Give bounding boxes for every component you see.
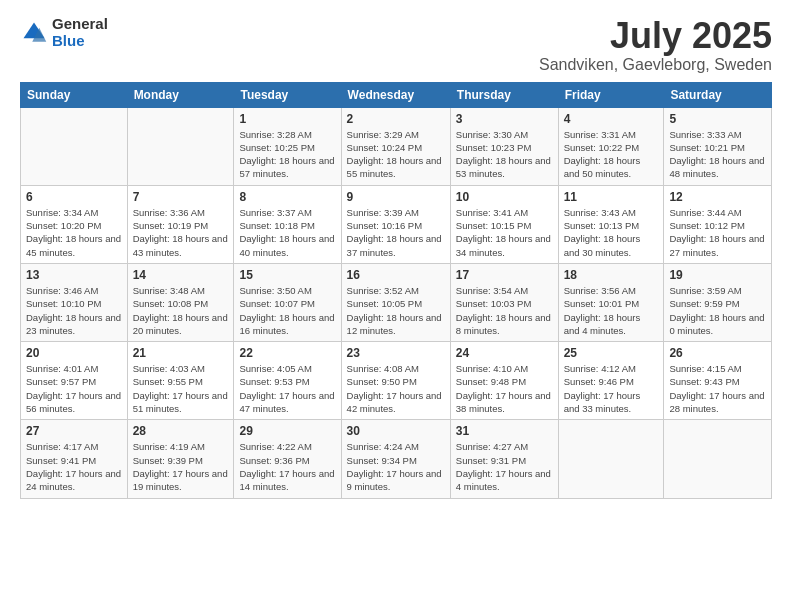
day-info: Sunrise: 3:29 AM Sunset: 10:24 PM Daylig…: [347, 128, 445, 181]
calendar-cell: 10Sunrise: 3:41 AM Sunset: 10:15 PM Dayl…: [450, 185, 558, 263]
day-info: Sunrise: 3:59 AM Sunset: 9:59 PM Dayligh…: [669, 284, 766, 337]
day-info: Sunrise: 3:56 AM Sunset: 10:01 PM Daylig…: [564, 284, 659, 337]
weekday-header-row: SundayMondayTuesdayWednesdayThursdayFrid…: [21, 82, 772, 107]
header: General Blue July 2025 Sandviken, Gaevle…: [20, 16, 772, 74]
calendar-cell: 1Sunrise: 3:28 AM Sunset: 10:25 PM Dayli…: [234, 107, 341, 185]
day-number: 11: [564, 190, 659, 204]
calendar-cell: 12Sunrise: 3:44 AM Sunset: 10:12 PM Dayl…: [664, 185, 772, 263]
day-info: Sunrise: 3:46 AM Sunset: 10:10 PM Daylig…: [26, 284, 122, 337]
day-number: 3: [456, 112, 553, 126]
title-block: July 2025 Sandviken, Gaevleborg, Sweden: [539, 16, 772, 74]
day-number: 6: [26, 190, 122, 204]
day-info: Sunrise: 4:05 AM Sunset: 9:53 PM Dayligh…: [239, 362, 335, 415]
day-info: Sunrise: 3:34 AM Sunset: 10:20 PM Daylig…: [26, 206, 122, 259]
calendar-cell: 24Sunrise: 4:10 AM Sunset: 9:48 PM Dayli…: [450, 342, 558, 420]
calendar-cell: 19Sunrise: 3:59 AM Sunset: 9:59 PM Dayli…: [664, 263, 772, 341]
logo-text: General Blue: [52, 16, 108, 49]
day-info: Sunrise: 4:08 AM Sunset: 9:50 PM Dayligh…: [347, 362, 445, 415]
calendar-cell: 7Sunrise: 3:36 AM Sunset: 10:19 PM Dayli…: [127, 185, 234, 263]
logo-general: General: [52, 16, 108, 33]
day-info: Sunrise: 4:27 AM Sunset: 9:31 PM Dayligh…: [456, 440, 553, 493]
calendar-cell: 23Sunrise: 4:08 AM Sunset: 9:50 PM Dayli…: [341, 342, 450, 420]
day-info: Sunrise: 3:44 AM Sunset: 10:12 PM Daylig…: [669, 206, 766, 259]
calendar-cell: 16Sunrise: 3:52 AM Sunset: 10:05 PM Dayl…: [341, 263, 450, 341]
subtitle: Sandviken, Gaevleborg, Sweden: [539, 56, 772, 74]
calendar-cell: [21, 107, 128, 185]
day-number: 28: [133, 424, 229, 438]
day-number: 21: [133, 346, 229, 360]
day-number: 7: [133, 190, 229, 204]
weekday-header: Wednesday: [341, 82, 450, 107]
day-info: Sunrise: 3:36 AM Sunset: 10:19 PM Daylig…: [133, 206, 229, 259]
day-number: 29: [239, 424, 335, 438]
day-number: 31: [456, 424, 553, 438]
calendar-week-row: 1Sunrise: 3:28 AM Sunset: 10:25 PM Dayli…: [21, 107, 772, 185]
calendar-cell: 6Sunrise: 3:34 AM Sunset: 10:20 PM Dayli…: [21, 185, 128, 263]
day-number: 5: [669, 112, 766, 126]
calendar-cell: 4Sunrise: 3:31 AM Sunset: 10:22 PM Dayli…: [558, 107, 664, 185]
page: General Blue July 2025 Sandviken, Gaevle…: [0, 0, 792, 612]
day-info: Sunrise: 4:10 AM Sunset: 9:48 PM Dayligh…: [456, 362, 553, 415]
calendar-week-row: 13Sunrise: 3:46 AM Sunset: 10:10 PM Dayl…: [21, 263, 772, 341]
day-info: Sunrise: 4:24 AM Sunset: 9:34 PM Dayligh…: [347, 440, 445, 493]
calendar-table: SundayMondayTuesdayWednesdayThursdayFrid…: [20, 82, 772, 499]
day-number: 18: [564, 268, 659, 282]
day-info: Sunrise: 3:52 AM Sunset: 10:05 PM Daylig…: [347, 284, 445, 337]
day-number: 13: [26, 268, 122, 282]
day-info: Sunrise: 4:22 AM Sunset: 9:36 PM Dayligh…: [239, 440, 335, 493]
logo-icon: [20, 19, 48, 47]
day-number: 30: [347, 424, 445, 438]
calendar-cell: 11Sunrise: 3:43 AM Sunset: 10:13 PM Dayl…: [558, 185, 664, 263]
logo-blue: Blue: [52, 33, 108, 50]
day-info: Sunrise: 4:12 AM Sunset: 9:46 PM Dayligh…: [564, 362, 659, 415]
calendar-cell: 28Sunrise: 4:19 AM Sunset: 9:39 PM Dayli…: [127, 420, 234, 498]
calendar-cell: 21Sunrise: 4:03 AM Sunset: 9:55 PM Dayli…: [127, 342, 234, 420]
day-info: Sunrise: 3:43 AM Sunset: 10:13 PM Daylig…: [564, 206, 659, 259]
weekday-header: Sunday: [21, 82, 128, 107]
calendar-cell: [664, 420, 772, 498]
main-title: July 2025: [539, 16, 772, 56]
day-info: Sunrise: 3:33 AM Sunset: 10:21 PM Daylig…: [669, 128, 766, 181]
day-info: Sunrise: 3:28 AM Sunset: 10:25 PM Daylig…: [239, 128, 335, 181]
day-number: 2: [347, 112, 445, 126]
day-number: 1: [239, 112, 335, 126]
weekday-header: Monday: [127, 82, 234, 107]
day-number: 17: [456, 268, 553, 282]
calendar-cell: 22Sunrise: 4:05 AM Sunset: 9:53 PM Dayli…: [234, 342, 341, 420]
day-number: 20: [26, 346, 122, 360]
day-info: Sunrise: 4:17 AM Sunset: 9:41 PM Dayligh…: [26, 440, 122, 493]
day-number: 9: [347, 190, 445, 204]
day-number: 22: [239, 346, 335, 360]
calendar-cell: 18Sunrise: 3:56 AM Sunset: 10:01 PM Dayl…: [558, 263, 664, 341]
day-info: Sunrise: 3:50 AM Sunset: 10:07 PM Daylig…: [239, 284, 335, 337]
day-number: 24: [456, 346, 553, 360]
day-info: Sunrise: 3:54 AM Sunset: 10:03 PM Daylig…: [456, 284, 553, 337]
weekday-header: Tuesday: [234, 82, 341, 107]
calendar-cell: 31Sunrise: 4:27 AM Sunset: 9:31 PM Dayli…: [450, 420, 558, 498]
day-number: 10: [456, 190, 553, 204]
day-number: 8: [239, 190, 335, 204]
day-info: Sunrise: 3:48 AM Sunset: 10:08 PM Daylig…: [133, 284, 229, 337]
calendar-cell: 20Sunrise: 4:01 AM Sunset: 9:57 PM Dayli…: [21, 342, 128, 420]
calendar-cell: 5Sunrise: 3:33 AM Sunset: 10:21 PM Dayli…: [664, 107, 772, 185]
day-number: 14: [133, 268, 229, 282]
calendar-cell: 14Sunrise: 3:48 AM Sunset: 10:08 PM Dayl…: [127, 263, 234, 341]
calendar-cell: 3Sunrise: 3:30 AM Sunset: 10:23 PM Dayli…: [450, 107, 558, 185]
calendar-cell: 26Sunrise: 4:15 AM Sunset: 9:43 PM Dayli…: [664, 342, 772, 420]
calendar-cell: 13Sunrise: 3:46 AM Sunset: 10:10 PM Dayl…: [21, 263, 128, 341]
calendar-cell: 29Sunrise: 4:22 AM Sunset: 9:36 PM Dayli…: [234, 420, 341, 498]
day-number: 26: [669, 346, 766, 360]
day-info: Sunrise: 4:19 AM Sunset: 9:39 PM Dayligh…: [133, 440, 229, 493]
calendar-cell: 2Sunrise: 3:29 AM Sunset: 10:24 PM Dayli…: [341, 107, 450, 185]
day-info: Sunrise: 4:15 AM Sunset: 9:43 PM Dayligh…: [669, 362, 766, 415]
day-info: Sunrise: 3:41 AM Sunset: 10:15 PM Daylig…: [456, 206, 553, 259]
day-number: 12: [669, 190, 766, 204]
calendar-cell: 17Sunrise: 3:54 AM Sunset: 10:03 PM Dayl…: [450, 263, 558, 341]
day-number: 27: [26, 424, 122, 438]
calendar-cell: 15Sunrise: 3:50 AM Sunset: 10:07 PM Dayl…: [234, 263, 341, 341]
calendar-cell: 27Sunrise: 4:17 AM Sunset: 9:41 PM Dayli…: [21, 420, 128, 498]
calendar-cell: 25Sunrise: 4:12 AM Sunset: 9:46 PM Dayli…: [558, 342, 664, 420]
day-number: 25: [564, 346, 659, 360]
logo: General Blue: [20, 16, 108, 49]
day-info: Sunrise: 4:03 AM Sunset: 9:55 PM Dayligh…: [133, 362, 229, 415]
